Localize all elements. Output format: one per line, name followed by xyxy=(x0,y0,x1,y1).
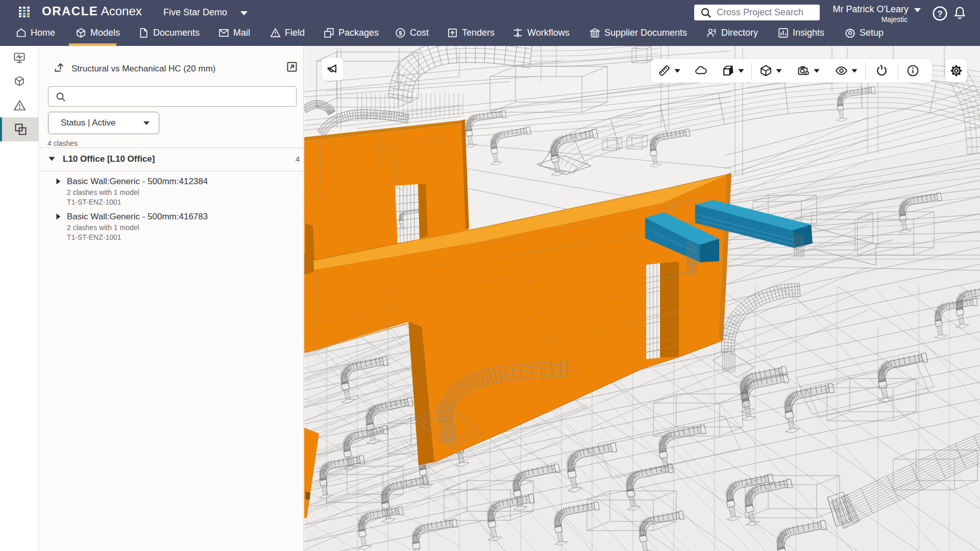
svg-text:?: ? xyxy=(937,9,942,19)
svg-text:$: $ xyxy=(399,30,402,36)
